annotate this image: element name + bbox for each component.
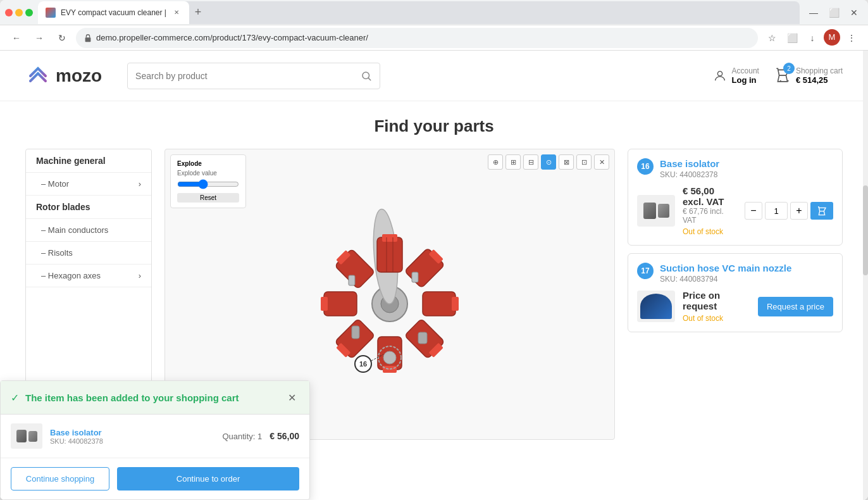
browser-window: EVY compact vacuum cleaner | ✕ + — ⬜ ✕ ←… bbox=[0, 0, 868, 500]
svg-rect-24 bbox=[321, 297, 328, 311]
product-name-1[interactable]: Base isolator bbox=[660, 158, 833, 169]
price-excl-1: € 56,00 excl. VAT bbox=[683, 185, 737, 207]
svg-point-32 bbox=[383, 351, 396, 364]
sidebar-item-hexagon-axes[interactable]: – Hexagon axes› bbox=[26, 265, 151, 287]
viewer-tool-2[interactable]: ⊞ bbox=[505, 154, 521, 170]
product-number-2: 17 bbox=[637, 263, 654, 279]
refresh-button[interactable]: ↻ bbox=[53, 29, 71, 47]
forward-button[interactable]: → bbox=[30, 29, 48, 47]
isolator-image bbox=[643, 203, 669, 219]
scrollbar[interactable] bbox=[863, 51, 868, 500]
download-button[interactable]: ↓ bbox=[803, 29, 821, 47]
active-tab[interactable]: EVY compact vacuum cleaner | ✕ bbox=[38, 1, 189, 24]
sidebar-item-main-conductors[interactable]: – Main conductors bbox=[26, 219, 151, 242]
product-body-2: Price on request Out of stock Request a … bbox=[637, 290, 833, 323]
star-button[interactable]: ☆ bbox=[763, 29, 781, 47]
new-tab-button[interactable]: + bbox=[189, 4, 207, 22]
cart-button[interactable]: 2 Shopping cart € 514,25 bbox=[774, 66, 843, 85]
svg-point-5 bbox=[788, 80, 789, 82]
account-button[interactable]: Account Log in bbox=[713, 66, 759, 85]
reset-button[interactable]: Reset bbox=[177, 193, 239, 203]
scrollbar-thumb[interactable] bbox=[863, 185, 868, 275]
explode-panel: Explode Explode value Reset bbox=[170, 154, 246, 208]
product-body-1: € 56,00 excl. VAT € 67,76 incl. VAT Out … bbox=[637, 185, 833, 236]
page-title: Find your parts bbox=[25, 101, 843, 149]
url-bar[interactable]: demo.propeller-commerce.com/product/173/… bbox=[76, 28, 758, 48]
explode-label: Explode bbox=[177, 160, 239, 167]
account-label: Account bbox=[732, 66, 759, 75]
lock-icon bbox=[84, 34, 92, 42]
price-on-request-2: Price on request bbox=[683, 290, 750, 311]
cart-popup: ✓ The item has been added to your shoppi… bbox=[0, 380, 310, 500]
qty-control-1: − + bbox=[745, 202, 833, 220]
hose-image bbox=[640, 294, 672, 319]
tab-title: EVY compact vacuum cleaner | bbox=[61, 8, 166, 17]
minimize-window-button[interactable] bbox=[15, 9, 23, 16]
site-header: mozo Account Log in bbox=[0, 51, 868, 101]
popup-actions: Continue shopping Continue to order bbox=[1, 458, 309, 499]
qty-minus-1[interactable]: − bbox=[745, 202, 762, 220]
svg-rect-13 bbox=[404, 248, 445, 289]
close-button[interactable]: ✕ bbox=[845, 4, 863, 22]
product-card-1: 16 Base isolator SKU: 440082378 bbox=[628, 149, 843, 246]
viewer-tool-6[interactable]: ⊡ bbox=[576, 154, 592, 170]
qty-plus-1[interactable]: + bbox=[790, 202, 808, 220]
cylinder-2 bbox=[658, 204, 669, 218]
explode-slider[interactable] bbox=[177, 179, 239, 189]
popup-item-name[interactable]: Base isolator bbox=[50, 428, 214, 437]
viewer-tool-4[interactable]: ⊙ bbox=[541, 154, 556, 170]
svg-rect-0 bbox=[85, 37, 91, 42]
add-to-cart-1[interactable] bbox=[810, 202, 833, 220]
qty-input-1[interactable] bbox=[765, 202, 788, 220]
viewer-tool-5[interactable]: ⊠ bbox=[559, 154, 574, 170]
popup-cylinder-1 bbox=[16, 430, 27, 442]
viewer-tool-1[interactable]: ⊕ bbox=[488, 154, 503, 170]
engine-svg: 16 bbox=[288, 180, 491, 408]
product-card-2: 17 Suction hose VC main nozzle SKU: 4400… bbox=[628, 253, 843, 332]
popup-item: Base isolator SKU: 440082378 Quantity: 1… bbox=[1, 415, 309, 458]
menu-button[interactable]: ⋮ bbox=[843, 29, 860, 47]
popup-close-button[interactable]: ✕ bbox=[284, 390, 299, 405]
restore-button[interactable]: ⬜ bbox=[825, 4, 843, 22]
popup-header: ✓ The item has been added to your shoppi… bbox=[1, 381, 309, 415]
cart-price: € 514,25 bbox=[796, 75, 843, 85]
logo[interactable]: mozo bbox=[25, 63, 102, 89]
close-window-button[interactable] bbox=[5, 9, 13, 16]
product-pricing-2: Price on request Out of stock bbox=[683, 290, 750, 323]
sidebar-item-rotor-blades[interactable]: Rotor blades bbox=[26, 196, 151, 219]
product-name-2[interactable]: Suction hose VC main nozzle bbox=[660, 263, 833, 273]
continue-shopping-button[interactable]: Continue shopping bbox=[11, 467, 109, 491]
product-card-2-header: 17 Suction hose VC main nozzle SKU: 4400… bbox=[637, 263, 833, 284]
page-content: mozo Account Log in bbox=[0, 51, 868, 500]
popup-cylinder-2 bbox=[28, 431, 37, 442]
search-bar[interactable] bbox=[127, 63, 380, 89]
tab-bar: EVY compact vacuum cleaner | ✕ + bbox=[38, 1, 800, 24]
url-text: demo.propeller-commerce.com/product/173/… bbox=[96, 33, 368, 42]
sidebar-item-risolts[interactable]: – Risolts bbox=[26, 242, 151, 265]
tab-favicon bbox=[46, 8, 56, 18]
omnibar: ← → ↻ demo.propeller-commerce.com/produc… bbox=[0, 25, 868, 51]
extensions-button[interactable]: ⬜ bbox=[783, 29, 801, 47]
account-icon bbox=[713, 69, 727, 83]
svg-rect-20 bbox=[383, 366, 397, 373]
product-info-2: Suction hose VC main nozzle SKU: 4400837… bbox=[660, 263, 833, 284]
search-input[interactable] bbox=[135, 71, 356, 81]
minimize-button[interactable]: — bbox=[805, 4, 822, 22]
request-price-button[interactable]: Request a price bbox=[758, 297, 833, 316]
back-button[interactable]: ← bbox=[8, 29, 25, 47]
svg-point-4 bbox=[780, 80, 781, 82]
svg-rect-15 bbox=[423, 292, 456, 316]
viewer-tool-3[interactable]: ⊟ bbox=[523, 154, 538, 170]
title-bar: EVY compact vacuum cleaner | ✕ + — ⬜ ✕ bbox=[0, 0, 868, 25]
sidebar-item-motor[interactable]: – Motor› bbox=[26, 173, 151, 196]
window-controls bbox=[5, 9, 33, 16]
maximize-window-button[interactable] bbox=[25, 9, 33, 16]
profile-button[interactable]: M bbox=[824, 29, 840, 46]
tab-close-button[interactable]: ✕ bbox=[171, 8, 182, 18]
sidebar-item-machine-general[interactable]: Machine general bbox=[26, 149, 151, 173]
product-number-1: 16 bbox=[637, 158, 654, 175]
continue-order-button[interactable]: Continue to order bbox=[117, 467, 299, 491]
popup-title: The item has been added to your shopping… bbox=[25, 392, 278, 403]
viewer-tool-7[interactable]: ✕ bbox=[594, 154, 609, 170]
svg-rect-10 bbox=[382, 234, 397, 242]
